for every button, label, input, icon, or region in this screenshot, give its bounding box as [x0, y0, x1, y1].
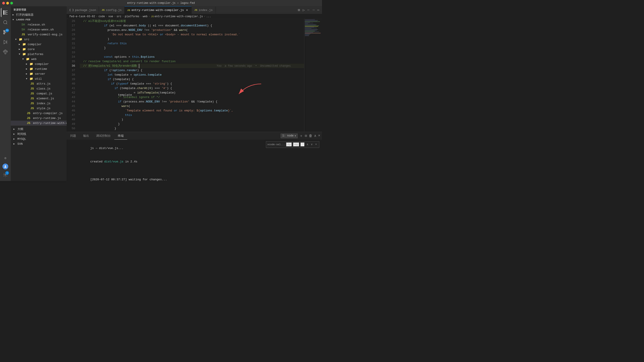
- tree-element[interactable]: JS element.js: [11, 96, 67, 101]
- tree-entry-runtime-compiler[interactable]: JS entry-runtime-with-compiler.js: [11, 121, 67, 126]
- breadcrumb: fed-e-task-03-02 › code › vue › src › pl…: [67, 14, 322, 19]
- breadcrumb-part6[interactable]: web: [143, 15, 148, 18]
- tree-entry-compiler[interactable]: JS entry-compiler.js: [11, 111, 67, 116]
- js-icon: JS: [22, 33, 25, 36]
- tree-class[interactable]: JS class.js: [11, 86, 67, 91]
- tree-core[interactable]: ▶ 📁 core: [11, 47, 67, 52]
- activity-extensions[interactable]: [1, 48, 10, 56]
- tab-close-entry[interactable]: ×: [185, 9, 189, 12]
- close-button[interactable]: [2, 2, 5, 5]
- activity-run[interactable]: [1, 38, 10, 47]
- tree-web[interactable]: ▼ 📁 web: [11, 57, 67, 62]
- tab-index-js[interactable]: JS index.js: [192, 6, 216, 14]
- tree-compat[interactable]: JS compat.js: [11, 91, 67, 96]
- open-editors-header[interactable]: ▶ 打开的编辑器: [11, 12, 67, 17]
- project-name: LAGOU-FED: [16, 18, 30, 21]
- find-regex-btn[interactable]: .*: [300, 142, 305, 147]
- tree-release-sh[interactable]: SH release.sh: [11, 22, 67, 27]
- tab-config-js[interactable]: JS config.js: [99, 6, 124, 14]
- tree-style[interactable]: JS style.js: [11, 106, 67, 111]
- git-lens-annotation: You a few seconds ago • Uncommitted chan…: [217, 64, 291, 68]
- src-arrow: ▼: [15, 38, 19, 41]
- compat-js-icon: JS: [30, 92, 34, 95]
- platforms-arrow: ▼: [19, 53, 22, 56]
- tree-entry-runtime[interactable]: JS entry-runtime.js: [11, 116, 67, 121]
- sidebar-svn[interactable]: ▶ SVN: [11, 141, 67, 146]
- breadcrumb-file[interactable]: entry-runtime-with-compiler.js: [154, 15, 203, 18]
- find-next-btn[interactable]: ∨: [310, 142, 314, 147]
- tree-src[interactable]: ▼ 📁 src: [11, 37, 67, 42]
- terminal-content[interactable]: js → dist/vue.js... created dist/vue.js …: [67, 140, 322, 181]
- tree-compiler[interactable]: ▶ 📁 compiler: [11, 42, 67, 47]
- tree-server[interactable]: ▶ 📁 server: [11, 71, 67, 76]
- panel-tab-output[interactable]: 输出: [80, 132, 92, 140]
- project-header[interactable]: ▼ LAGOU-FED: [11, 17, 67, 22]
- maximize-button[interactable]: [10, 2, 13, 5]
- sidebar-mysql[interactable]: ▶ MYSQL: [11, 137, 67, 141]
- code-line-27: if (el === document.body || el === docum…: [80, 24, 304, 28]
- sidebar-timeline[interactable]: ▶ 时间线: [11, 132, 67, 137]
- breadcrumb-part5[interactable]: platforms: [125, 15, 139, 18]
- platforms-label: platforms: [28, 53, 44, 56]
- tree-verify-commit[interactable]: JS verify-commit-msg.js: [11, 32, 67, 37]
- breadcrumb-part3[interactable]: vue: [108, 15, 113, 18]
- web-compiler-label: compiler: [35, 63, 49, 66]
- find-prev-btn[interactable]: ∧: [306, 142, 309, 147]
- attrs-js-icon: JS: [30, 82, 34, 86]
- activity-explorer[interactable]: [1, 8, 10, 17]
- editor-content[interactable]: 2627282930 3132333435 3637383940 4142434…: [67, 19, 322, 132]
- activity-bottom: ⊕ 1: [1, 154, 10, 181]
- tab-package-json[interactable]: { } package.json: [67, 6, 99, 14]
- activity-source-control[interactable]: 16: [1, 28, 10, 37]
- breadcrumb-part1[interactable]: fed-e-task-03-02: [69, 15, 95, 18]
- find-word-btn[interactable]: Ab|: [293, 142, 300, 147]
- play-btn[interactable]: ▷: [302, 7, 306, 13]
- runtime-arrow: ▶: [26, 68, 30, 70]
- style-js-icon: JS: [30, 107, 34, 110]
- panel-tab-debug[interactable]: 调试控制台: [92, 132, 114, 140]
- svg-line-2: [6, 23, 7, 24]
- breadcrumb-more[interactable]: ...: [206, 15, 211, 18]
- tab-label-index: index.js: [198, 9, 212, 12]
- svg-point-3: [4, 31, 5, 32]
- sidebar-outline[interactable]: ▶ 大纲: [11, 127, 67, 132]
- tree-release-weex-sh[interactable]: SH release-weex.sh: [11, 27, 67, 32]
- breadcrumb-part4[interactable]: src: [116, 15, 122, 18]
- tree-attrs[interactable]: JS attrs.js: [11, 81, 67, 86]
- back-btn[interactable]: ←: [306, 7, 310, 13]
- activity-search[interactable]: [1, 18, 10, 27]
- tab-entry-runtime-compiler[interactable]: JS entry-runtime-with-compiler.js ×: [124, 6, 192, 14]
- split-terminal-btn[interactable]: ⊟: [305, 134, 307, 138]
- terminal-dropdown[interactable]: 1: node ▾: [281, 134, 298, 138]
- tree-web-compiler[interactable]: ▶ 📁 compiler: [11, 62, 67, 67]
- traffic-lights[interactable]: [2, 2, 13, 5]
- find-case-btn[interactable]: Aa: [286, 142, 292, 147]
- attrs-label: attrs.js: [36, 82, 50, 86]
- core-label: core: [28, 48, 35, 51]
- new-terminal-btn[interactable]: ＋: [300, 134, 303, 138]
- more-btn[interactable]: ⋯: [316, 7, 320, 13]
- activity-remote[interactable]: ⊕: [1, 154, 10, 163]
- delete-terminal-btn[interactable]: 🗑: [309, 134, 312, 138]
- activity-account[interactable]: [2, 164, 8, 169]
- sidebar: 资源管理器 ▶ 打开的编辑器 ▼ LAGOU-FED SH release.sh…: [11, 6, 67, 181]
- panel-tab-terminal[interactable]: 终端: [114, 132, 127, 140]
- split-editor-btn[interactable]: ⊞: [297, 7, 301, 13]
- panel-chevron-up[interactable]: ∧: [314, 134, 316, 138]
- svg-point-15: [5, 165, 6, 166]
- tree-index[interactable]: JS index.js: [11, 101, 67, 106]
- web-compiler-arrow: ▶: [26, 63, 30, 65]
- panel-close[interactable]: ×: [318, 134, 320, 138]
- forward-btn[interactable]: →: [312, 7, 316, 13]
- find-close-btn[interactable]: ×: [314, 142, 318, 147]
- panel-tab-problems[interactable]: 问题: [67, 132, 80, 140]
- tree-runtime[interactable]: ▶ 📁 runtime: [11, 67, 67, 71]
- core-arrow: ▶: [19, 48, 22, 51]
- activity-settings[interactable]: 1: [1, 170, 10, 179]
- code-editor[interactable]: // el不能是body或者html标签 if (el === document…: [78, 19, 304, 132]
- breadcrumb-part2[interactable]: code: [98, 15, 105, 18]
- minimize-button[interactable]: [6, 2, 9, 5]
- compat-label: compat.js: [36, 92, 52, 95]
- tree-platforms[interactable]: ▼ 📁 platforms: [11, 52, 67, 57]
- tree-util[interactable]: ▼ 📁 util: [11, 76, 67, 81]
